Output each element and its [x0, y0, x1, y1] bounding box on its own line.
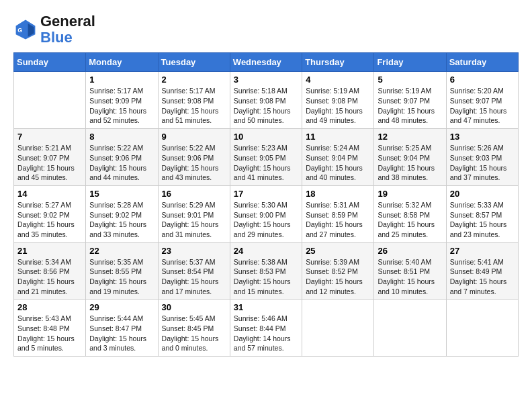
cell-sun-info: Sunrise: 5:17 AMSunset: 9:09 PMDaylight:… — [89, 86, 154, 126]
cell-sun-info: Sunrise: 5:31 AMSunset: 8:59 PMDaylight:… — [306, 200, 370, 240]
cell-sun-info: Sunrise: 5:18 AMSunset: 9:08 PMDaylight:… — [234, 86, 298, 126]
day-number: 24 — [234, 246, 298, 256]
calendar-cell: 6Sunrise: 5:20 AMSunset: 9:07 PMDaylight… — [446, 72, 518, 129]
cell-sun-info: Sunrise: 5:22 AMSunset: 9:06 PMDaylight:… — [162, 143, 226, 183]
cell-sun-info: Sunrise: 5:39 AMSunset: 8:52 PMDaylight:… — [306, 257, 370, 297]
calendar-cell — [14, 72, 86, 129]
calendar-cell: 3Sunrise: 5:18 AMSunset: 9:08 PMDaylight… — [230, 72, 302, 129]
cell-sun-info: Sunrise: 5:35 AMSunset: 8:55 PMDaylight:… — [89, 257, 154, 297]
calendar-cell: 11Sunrise: 5:24 AMSunset: 9:04 PMDayligh… — [302, 129, 374, 186]
calendar-cell: 8Sunrise: 5:22 AMSunset: 9:06 PMDaylight… — [86, 129, 158, 186]
cell-sun-info: Sunrise: 5:17 AMSunset: 9:08 PMDaylight:… — [162, 86, 226, 126]
calendar-cell: 5Sunrise: 5:19 AMSunset: 9:07 PMDaylight… — [374, 72, 446, 129]
day-number: 26 — [378, 246, 442, 256]
page-header: G GeneralBlue — [13, 13, 519, 46]
calendar-cell: 17Sunrise: 5:30 AMSunset: 9:00 PMDayligh… — [230, 185, 302, 242]
logo: G GeneralBlue — [13, 13, 95, 46]
logo-general-text: GeneralBlue — [40, 13, 95, 46]
day-number: 17 — [234, 189, 298, 199]
day-number: 28 — [17, 302, 82, 312]
cell-sun-info: Sunrise: 5:34 AMSunset: 8:56 PMDaylight:… — [17, 257, 82, 297]
cell-sun-info: Sunrise: 5:27 AMSunset: 9:02 PMDaylight:… — [17, 200, 82, 240]
day-number: 13 — [450, 132, 515, 142]
cell-sun-info: Sunrise: 5:33 AMSunset: 8:57 PMDaylight:… — [450, 200, 515, 240]
col-header-monday: Monday — [86, 53, 158, 72]
calendar-cell: 24Sunrise: 5:38 AMSunset: 8:53 PMDayligh… — [230, 242, 302, 300]
logo-icon: G — [13, 17, 38, 42]
calendar-cell: 19Sunrise: 5:32 AMSunset: 8:58 PMDayligh… — [374, 185, 446, 242]
day-number: 23 — [162, 246, 226, 256]
calendar-cell: 18Sunrise: 5:31 AMSunset: 8:59 PMDayligh… — [302, 185, 374, 242]
day-number: 20 — [450, 189, 515, 199]
day-number: 29 — [89, 302, 154, 312]
cell-sun-info: Sunrise: 5:25 AMSunset: 9:04 PMDaylight:… — [378, 143, 442, 183]
calendar-cell: 7Sunrise: 5:21 AMSunset: 9:07 PMDaylight… — [14, 129, 86, 186]
logo-blue-text: Blue — [40, 29, 73, 46]
day-number: 9 — [162, 132, 226, 142]
calendar-week-row: 21Sunrise: 5:34 AMSunset: 8:56 PMDayligh… — [14, 242, 519, 300]
day-number: 7 — [17, 132, 82, 142]
cell-sun-info: Sunrise: 5:26 AMSunset: 9:03 PMDaylight:… — [450, 143, 515, 183]
day-number: 8 — [89, 132, 154, 142]
calendar-cell: 10Sunrise: 5:23 AMSunset: 9:05 PMDayligh… — [230, 129, 302, 186]
calendar-week-row: 1Sunrise: 5:17 AMSunset: 9:09 PMDaylight… — [14, 72, 519, 129]
day-number: 30 — [162, 302, 226, 312]
cell-sun-info: Sunrise: 5:19 AMSunset: 9:07 PMDaylight:… — [378, 86, 442, 126]
calendar-week-row: 28Sunrise: 5:43 AMSunset: 8:48 PMDayligh… — [14, 300, 519, 357]
calendar-cell: 20Sunrise: 5:33 AMSunset: 8:57 PMDayligh… — [446, 185, 518, 242]
calendar-table: SundayMondayTuesdayWednesdayThursdayFrid… — [13, 52, 519, 357]
calendar-cell — [446, 300, 518, 357]
day-number: 16 — [162, 189, 226, 199]
day-number: 4 — [306, 75, 370, 85]
cell-sun-info: Sunrise: 5:37 AMSunset: 8:54 PMDaylight:… — [162, 257, 226, 297]
day-number: 14 — [17, 189, 82, 199]
cell-sun-info: Sunrise: 5:38 AMSunset: 8:53 PMDaylight:… — [234, 257, 298, 297]
calendar-cell: 28Sunrise: 5:43 AMSunset: 8:48 PMDayligh… — [14, 300, 86, 357]
cell-sun-info: Sunrise: 5:23 AMSunset: 9:05 PMDaylight:… — [234, 143, 298, 183]
cell-sun-info: Sunrise: 5:40 AMSunset: 8:51 PMDaylight:… — [378, 257, 442, 297]
calendar-cell: 21Sunrise: 5:34 AMSunset: 8:56 PMDayligh… — [14, 242, 86, 300]
day-number: 31 — [234, 302, 298, 312]
calendar-cell: 23Sunrise: 5:37 AMSunset: 8:54 PMDayligh… — [158, 242, 230, 300]
day-number: 10 — [234, 132, 298, 142]
day-number: 11 — [306, 132, 370, 142]
calendar-cell: 31Sunrise: 5:46 AMSunset: 8:44 PMDayligh… — [230, 300, 302, 357]
cell-sun-info: Sunrise: 5:41 AMSunset: 8:49 PMDaylight:… — [450, 257, 515, 297]
calendar-cell: 27Sunrise: 5:41 AMSunset: 8:49 PMDayligh… — [446, 242, 518, 300]
day-number: 21 — [17, 246, 82, 256]
day-number: 2 — [162, 75, 226, 85]
calendar-cell: 25Sunrise: 5:39 AMSunset: 8:52 PMDayligh… — [302, 242, 374, 300]
cell-sun-info: Sunrise: 5:44 AMSunset: 8:47 PMDaylight:… — [89, 314, 154, 353]
cell-sun-info: Sunrise: 5:20 AMSunset: 9:07 PMDaylight:… — [450, 86, 515, 126]
cell-sun-info: Sunrise: 5:21 AMSunset: 9:07 PMDaylight:… — [17, 143, 82, 183]
calendar-cell: 29Sunrise: 5:44 AMSunset: 8:47 PMDayligh… — [86, 300, 158, 357]
calendar-cell: 2Sunrise: 5:17 AMSunset: 9:08 PMDaylight… — [158, 72, 230, 129]
col-header-friday: Friday — [374, 53, 446, 72]
calendar-cell — [374, 300, 446, 357]
calendar-cell: 16Sunrise: 5:29 AMSunset: 9:01 PMDayligh… — [158, 185, 230, 242]
calendar-cell: 14Sunrise: 5:27 AMSunset: 9:02 PMDayligh… — [14, 185, 86, 242]
calendar-cell: 13Sunrise: 5:26 AMSunset: 9:03 PMDayligh… — [446, 129, 518, 186]
calendar-cell: 30Sunrise: 5:45 AMSunset: 8:45 PMDayligh… — [158, 300, 230, 357]
calendar-header-row: SundayMondayTuesdayWednesdayThursdayFrid… — [14, 53, 519, 72]
cell-sun-info: Sunrise: 5:45 AMSunset: 8:45 PMDaylight:… — [162, 314, 226, 353]
col-header-tuesday: Tuesday — [158, 53, 230, 72]
day-number: 1 — [89, 75, 154, 85]
calendar-cell: 15Sunrise: 5:28 AMSunset: 9:02 PMDayligh… — [86, 185, 158, 242]
day-number: 3 — [234, 75, 298, 85]
day-number: 18 — [306, 189, 370, 199]
col-header-sunday: Sunday — [14, 53, 86, 72]
cell-sun-info: Sunrise: 5:30 AMSunset: 9:00 PMDaylight:… — [234, 200, 298, 240]
day-number: 15 — [89, 189, 154, 199]
day-number: 22 — [89, 246, 154, 256]
calendar-cell: 22Sunrise: 5:35 AMSunset: 8:55 PMDayligh… — [86, 242, 158, 300]
day-number: 27 — [450, 246, 515, 256]
cell-sun-info: Sunrise: 5:19 AMSunset: 9:08 PMDaylight:… — [306, 86, 370, 126]
calendar-cell: 4Sunrise: 5:19 AMSunset: 9:08 PMDaylight… — [302, 72, 374, 129]
cell-sun-info: Sunrise: 5:29 AMSunset: 9:01 PMDaylight:… — [162, 200, 226, 240]
svg-text:G: G — [17, 27, 22, 34]
cell-sun-info: Sunrise: 5:32 AMSunset: 8:58 PMDaylight:… — [378, 200, 442, 240]
day-number: 25 — [306, 246, 370, 256]
col-header-wednesday: Wednesday — [230, 53, 302, 72]
calendar-cell: 1Sunrise: 5:17 AMSunset: 9:09 PMDaylight… — [86, 72, 158, 129]
